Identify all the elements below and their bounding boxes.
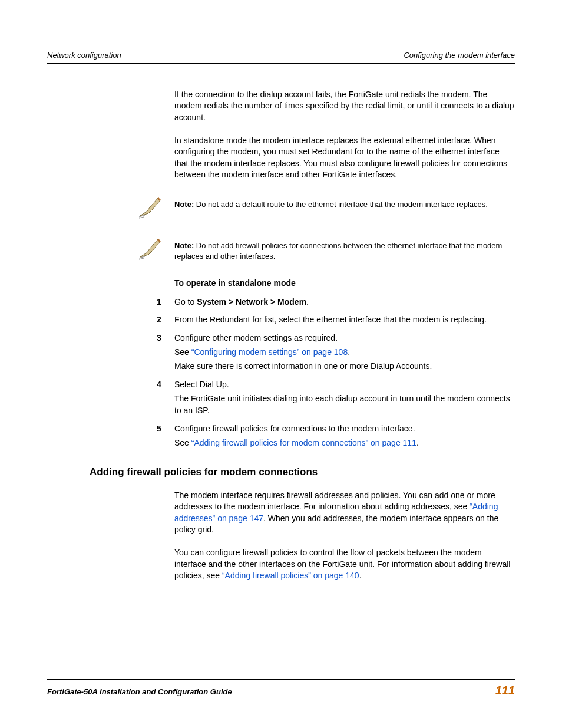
step-content: Configure other modem settings as requir… xyxy=(174,332,515,373)
link-adding-firewall-policies-modem[interactable]: “Adding firewall policies for modem conn… xyxy=(191,438,416,447)
paragraph-2: In standalone mode the modem interface r… xyxy=(174,135,515,180)
section2-paragraph-1: The modem interface requires firewall ad… xyxy=(174,490,515,535)
text: . xyxy=(359,571,362,580)
step-3: 3 Configure other modem settings as requ… xyxy=(174,332,515,373)
footer-page-number: 111 xyxy=(495,684,515,697)
step-text-pre: Go to xyxy=(174,297,197,307)
note-label: Note: xyxy=(174,200,194,209)
header-left: Network configuration xyxy=(47,51,121,60)
page-header: Network configuration Configuring the mo… xyxy=(47,51,515,62)
note-2: Note: Do not add firewall policies for c… xyxy=(47,237,515,263)
step-number: 1 xyxy=(157,296,174,308)
step-line: The FortiGate unit initiates dialing int… xyxy=(174,393,515,417)
step-line: Make sure there is correct information i… xyxy=(174,360,515,372)
subheading-standalone: To operate in standalone mode xyxy=(174,278,515,288)
note-label: Note: xyxy=(174,241,194,250)
note-icon xyxy=(137,237,163,263)
step-line: See “Adding firewall policies for modem … xyxy=(174,437,515,449)
page-footer: FortiGate-50A Installation and Configura… xyxy=(47,679,515,697)
step-line: Configure other modem settings as requir… xyxy=(174,332,515,344)
page: Network configuration Configuring the mo… xyxy=(0,0,562,728)
link-configuring-modem-settings[interactable]: “Configuring modem settings” on page 108 xyxy=(191,347,348,357)
step-content: Select Dial Up. The FortiGate unit initi… xyxy=(174,378,515,417)
note-1: Note: Do not add a default route to the … xyxy=(47,196,515,222)
step-line: Configure firewall policies for connecti… xyxy=(174,423,515,434)
step-line: Select Dial Up. xyxy=(174,378,515,390)
step-5: 5 Configure firewall policies for connec… xyxy=(174,423,515,449)
note-body: Do not add firewall policies for connect… xyxy=(174,241,502,261)
step-number: 5 xyxy=(157,423,174,449)
footer-rule xyxy=(47,679,515,680)
heading-adding-firewall-policies: Adding firewall policies for modem conne… xyxy=(90,466,515,478)
step-number: 4 xyxy=(157,378,174,417)
note-body: Do not add a default route to the ethern… xyxy=(194,200,488,209)
text: The modem interface requires firewall ad… xyxy=(174,490,495,511)
step-1: 1 Go to System > Network > Modem. xyxy=(174,296,515,308)
step-2: 2 From the Redundant for list, select th… xyxy=(174,314,515,325)
step-content: Configure firewall policies for connecti… xyxy=(174,423,515,449)
header-right: Configuring the modem interface xyxy=(404,51,515,60)
note-2-text: Note: Do not add firewall policies for c… xyxy=(174,237,515,262)
text: See xyxy=(174,438,191,447)
paragraph-1: If the connection to the dialup account … xyxy=(174,89,515,123)
footer-title: FortiGate-50A Installation and Configura… xyxy=(47,687,232,696)
header-rule xyxy=(47,63,515,64)
step-content: From the Redundant for list, select the … xyxy=(174,314,515,325)
step-number: 3 xyxy=(157,332,174,373)
step-text-post: . xyxy=(306,297,309,307)
step-line: See “Configuring modem settings” on page… xyxy=(174,346,515,358)
step-number: 2 xyxy=(157,314,174,325)
section2-paragraph-2: You can configure firewall policies to c… xyxy=(174,547,515,581)
step-4: 4 Select Dial Up. The FortiGate unit ini… xyxy=(174,378,515,417)
text: . xyxy=(348,347,350,357)
link-adding-firewall-policies[interactable]: “Adding firewall policies” on page 140 xyxy=(222,571,359,580)
text: See xyxy=(174,347,191,357)
note-1-text: Note: Do not add a default route to the … xyxy=(174,196,515,210)
step-text-bold: System > Network > Modem xyxy=(197,297,306,307)
steps-list: 1 Go to System > Network > Modem. 2 From… xyxy=(174,296,515,449)
step-content: Go to System > Network > Modem. xyxy=(174,296,515,308)
text: . xyxy=(416,438,419,447)
note-icon xyxy=(137,196,163,222)
